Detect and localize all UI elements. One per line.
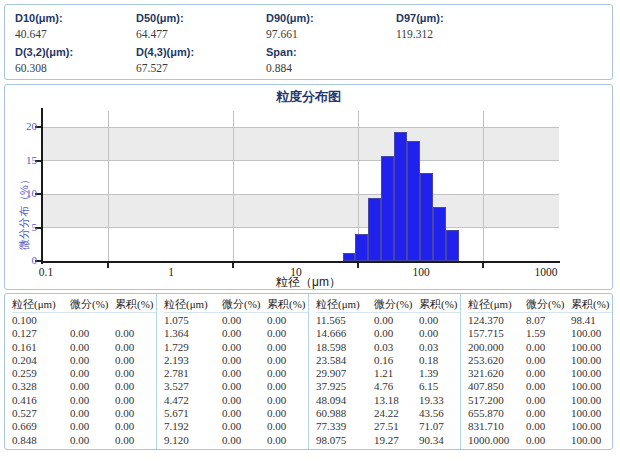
x-tick-mark	[482, 263, 484, 268]
table-cell: 0.00	[70, 394, 115, 407]
table-cell: 0.00	[222, 314, 267, 327]
table-row: 1.3640.000.00	[157, 327, 308, 340]
table-cell: 0.259	[12, 367, 70, 380]
table-cell: 27.51	[374, 420, 419, 433]
table-row: 7.1920.000.00	[157, 420, 308, 433]
summary-panel: D10(μm):40.647D50(μm):64.477D90(μm):97.6…	[4, 4, 613, 80]
table-cell: 0.00	[526, 434, 571, 447]
table-cell: 0.00	[526, 380, 571, 393]
summary-field-value: 0.884	[266, 60, 396, 76]
table-header-cell: 微分(%)	[222, 296, 267, 313]
table-cell: 0.00	[419, 327, 461, 340]
summary-field-value: 60.308	[15, 60, 136, 76]
table-cell: 3.527	[164, 380, 222, 393]
table-row: 0.3280.000.00	[5, 380, 156, 393]
table-cell: 13.18	[374, 394, 419, 407]
v-gridline	[108, 111, 109, 261]
table-cell: 0.00	[222, 341, 267, 354]
table-group: 粒径(μm)微分(%)累积(%)124.3708.0798.41157.7151…	[461, 294, 612, 449]
table-cell: 29.907	[316, 367, 374, 380]
table-cell: 655.870	[468, 407, 526, 420]
table-header-cell: 粒径(μm)	[164, 296, 222, 313]
h-gridline	[43, 127, 559, 128]
table-row: 14.6660.000.00	[309, 327, 460, 340]
table-cell: 98.41	[571, 314, 612, 327]
table-cell: 98.075	[316, 434, 374, 447]
table-cell: 0.00	[115, 434, 157, 447]
table-cell: 0.848	[12, 434, 70, 447]
table-row: 3.5270.000.00	[157, 380, 308, 393]
table-cell: 24.22	[374, 407, 419, 420]
table-cell: 100.00	[571, 420, 612, 433]
table-cell: 100.00	[571, 367, 612, 380]
summary-grid: D10(μm):40.647D50(μm):64.477D90(μm):97.6…	[15, 10, 608, 77]
y-tick-label: 20	[9, 120, 37, 132]
table-row: 1.0750.000.00	[157, 314, 308, 327]
data-table-panel: 粒径(μm)微分(%)累积(%)0.1000.1270.000.000.1610…	[4, 293, 613, 450]
table-header-cell: 粒径(μm)	[316, 296, 374, 313]
table-cell: 0.00	[267, 380, 309, 393]
summary-field-label: D97(μm):	[396, 10, 608, 26]
table-cell: 0.00	[222, 380, 267, 393]
table-header-cell: 累积(%)	[419, 296, 461, 313]
table-cell: 71.07	[419, 420, 461, 433]
table-cell: 0.00	[115, 407, 157, 420]
table-cell: 831.710	[468, 420, 526, 433]
table-cell: 0.00	[419, 314, 461, 327]
table-cell: 0.00	[70, 354, 115, 367]
table-cell: 0.00	[526, 394, 571, 407]
summary-field: D10(μm):40.647	[15, 10, 136, 44]
table-cell: 1.21	[374, 367, 419, 380]
table-cell: 0.00	[115, 327, 157, 340]
table-group: 粒径(μm)微分(%)累积(%)1.0750.000.001.3640.000.…	[157, 294, 309, 449]
table-cell: 5.671	[164, 407, 222, 420]
table-cell: 100.00	[571, 341, 612, 354]
table-row: 0.2040.000.00	[5, 354, 156, 367]
summary-field-value: 64.477	[136, 26, 266, 42]
table-cell: 407.850	[468, 380, 526, 393]
table-cell: 19.27	[374, 434, 419, 447]
table-row: 23.5840.160.18	[309, 354, 460, 367]
table-cell: 0.00	[267, 354, 309, 367]
table-row: 0.2590.000.00	[5, 367, 156, 380]
table-header-cell: 微分(%)	[70, 296, 115, 313]
table-cell: 0.127	[12, 327, 70, 340]
table-cell: 0.00	[70, 407, 115, 420]
x-tick-mark	[232, 263, 234, 268]
table-row: 29.9071.211.39	[309, 367, 460, 380]
summary-field-value: 97.661	[266, 26, 396, 42]
shaded-band	[43, 194, 559, 227]
table-cell: 0.00	[222, 407, 267, 420]
distribution-bar	[446, 230, 459, 261]
table-row: 407.8500.00100.00	[461, 380, 612, 393]
table-cell: 0.00	[115, 341, 157, 354]
distribution-bar	[355, 234, 368, 261]
table-cell: 1.364	[164, 327, 222, 340]
table-row: 1.7290.000.00	[157, 341, 308, 354]
summary-field-label: D(4,3)(μm):	[136, 44, 266, 60]
table-row: 124.3708.0798.41	[461, 314, 612, 327]
table-cell: 0.00	[374, 314, 419, 327]
table-cell: 0.669	[12, 420, 70, 433]
table-cell: 0.00	[222, 394, 267, 407]
x-axis-label: 粒径（μm）	[5, 274, 612, 291]
table-cell: 0.100	[12, 314, 70, 327]
table-cell: 0.00	[267, 367, 309, 380]
table-cell: 0.00	[374, 327, 419, 340]
table-cell: 4.76	[374, 380, 419, 393]
table-header-row: 粒径(μm)微分(%)累积(%)	[309, 296, 460, 314]
table-cell: 0.00	[115, 394, 157, 407]
table-row: 48.09413.1819.33	[309, 394, 460, 407]
table-cell: 2.781	[164, 367, 222, 380]
table-row: 5.6710.000.00	[157, 407, 308, 420]
table-header-cell: 微分(%)	[374, 296, 419, 313]
y-tick-label: 5	[9, 221, 37, 233]
table-cell: 18.598	[316, 341, 374, 354]
table-cell: 0.00	[222, 420, 267, 433]
table-cell: 0.00	[70, 420, 115, 433]
table-cell: 37.925	[316, 380, 374, 393]
table-cell: 0.00	[267, 434, 309, 447]
table-cell: 77.339	[316, 420, 374, 433]
table-group: 粒径(μm)微分(%)累积(%)11.5650.000.0014.6660.00…	[309, 294, 461, 449]
table-row: 157.7151.59100.00	[461, 327, 612, 340]
